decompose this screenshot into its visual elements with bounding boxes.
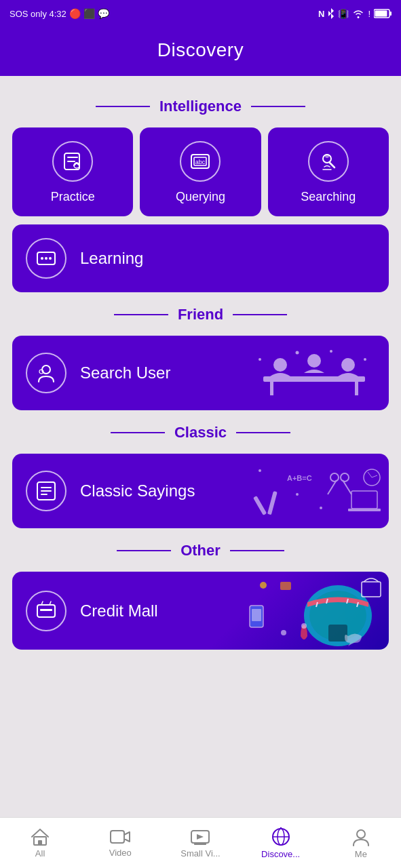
classic-line-right [236,432,290,433]
svg-point-12 [41,257,43,260]
vibrate-icon: 📳 [338,9,349,19]
svg-point-30 [330,473,339,481]
bottom-nav: All Video Small Vi... [0,817,401,868]
other-line-left [117,550,171,551]
nav-me-label: Me [355,849,367,859]
svg-line-32 [328,480,337,494]
svg-point-21 [307,354,321,368]
svg-point-53 [260,582,267,589]
nav-video-label: Video [109,848,132,858]
friend-line-left [114,314,168,315]
svg-rect-18 [270,382,273,395]
svg-rect-17 [263,376,365,382]
divider-line-right [251,106,305,107]
search-user-icon-circle [26,353,66,393]
nav-all[interactable]: All [0,828,80,859]
querying-label: Querying [176,190,225,204]
status-right: N 📳 ! [318,8,392,19]
nfc-icon: N [318,9,324,19]
svg-rect-34 [351,491,377,509]
practice-label: Practice [51,190,95,204]
learning-icon [35,247,58,270]
nav-me[interactable]: Me [321,827,401,859]
other-label: Other [180,542,221,559]
searching-icon [318,151,339,172]
svg-rect-1 [390,12,392,16]
svg-point-23 [296,351,299,355]
intelligence-grid: Practice abc Querying [12,127,389,216]
sos-text: SOS only 4:32 [9,9,66,19]
svg-point-56 [301,623,307,629]
searching-card[interactable]: Searching [268,127,389,216]
svg-point-9 [325,154,329,158]
learning-icon-circle [26,238,66,279]
svg-rect-45 [328,625,347,642]
nav-small-video-label: Small Vi... [180,848,220,859]
nav-small-video[interactable]: Small Vi... [160,828,240,859]
svg-point-20 [273,358,287,372]
classic-sayings-icon-circle [26,471,66,511]
nav-discovery[interactable]: Discove... [241,827,321,859]
svg-point-24 [330,350,332,353]
classic-sayings-card[interactable]: Classic Sayings A+B=C [12,454,389,528]
svg-line-33 [343,480,351,494]
svg-rect-59 [111,831,124,843]
nav-all-label: All [35,848,45,859]
svg-point-38 [259,469,261,472]
credit-mall-icon-circle [26,591,66,631]
search-user-icon [35,361,58,384]
video-icon [110,829,130,845]
svg-rect-52 [252,609,261,621]
classic-line-left [111,432,165,433]
practice-icon [62,151,83,172]
classic-sayings-icon [35,479,58,502]
page-header: Discovery [0,27,401,76]
svg-rect-55 [280,582,291,590]
querying-card[interactable]: abc Querying [140,127,261,216]
searching-icon-circle [308,141,349,182]
svg-rect-50 [362,582,381,597]
credit-mall-card[interactable]: Credit Mall [12,572,389,650]
me-icon [351,827,370,846]
friend-line-right [233,314,287,315]
intelligence-section-divider: Intelligence [12,98,389,115]
credit-mall-label: Credit Mall [80,601,158,620]
svg-point-31 [341,473,349,481]
credit-mall-illustration [240,572,389,650]
svg-rect-42 [40,609,52,611]
small-video-icon [190,828,210,846]
discovery-icon [271,827,291,846]
svg-rect-61 [194,843,206,845]
divider-line-left [96,106,150,107]
learning-label: Learning [80,249,143,268]
nav-video[interactable]: Video [80,829,160,858]
nav-discovery-label: Discove... [261,849,300,859]
bluetooth-icon [328,8,335,19]
svg-rect-29 [267,491,278,515]
svg-point-39 [296,493,299,496]
page-title: Discovery [157,39,244,60]
practice-card[interactable]: Practice [12,127,133,216]
svg-point-26 [259,358,261,361]
main-content: Intelligence Practice abc [0,76,401,817]
classic-sayings-illustration: A+B=C [240,454,389,528]
querying-icon-circle: abc [180,141,221,182]
svg-rect-2 [375,11,387,17]
battery-icon [374,9,392,18]
classic-sayings-label: Classic Sayings [80,481,195,500]
status-left: SOS only 4:32 🔴 ⬛ 💬 [9,8,109,19]
svg-text:A+B=C: A+B=C [287,474,312,482]
learning-card[interactable]: Learning [12,224,389,292]
search-user-illustration [240,336,389,410]
search-user-label: Search User [80,363,170,382]
svg-rect-28 [253,496,267,515]
svg-text:abc: abc [195,159,206,165]
search-user-card[interactable]: Search User [12,336,389,410]
classic-label: Classic [174,424,227,441]
wifi-icon [352,9,364,18]
classic-section-divider: Classic [12,424,389,441]
svg-point-54 [281,630,286,635]
intelligence-label: Intelligence [159,98,242,115]
svg-point-13 [45,257,47,260]
svg-rect-35 [348,509,381,511]
